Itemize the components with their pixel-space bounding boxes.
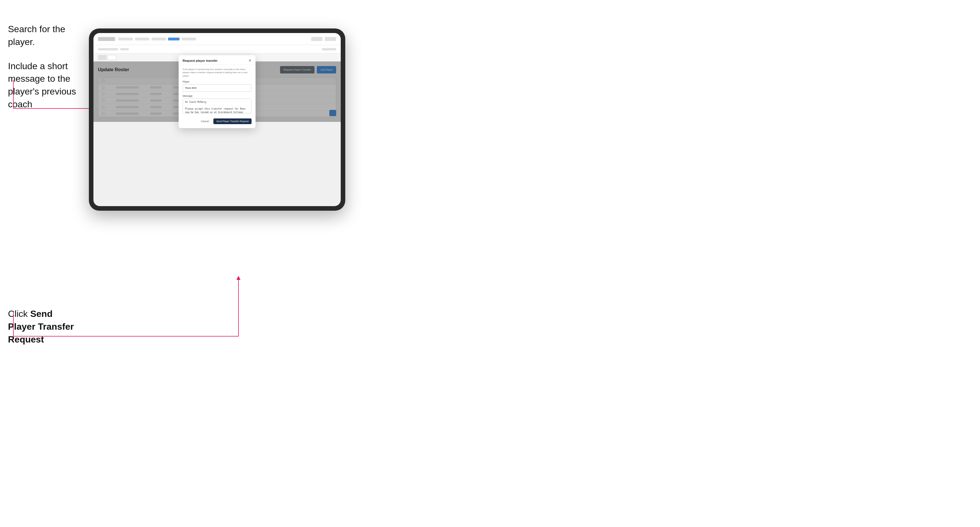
nav-item-players[interactable] (151, 38, 166, 40)
annotation-search-text: Search for the player. (8, 23, 88, 48)
app-content: Update Roster Request Player Transfer Ad… (94, 62, 341, 122)
modal-overlay: Request player transfer ✕ If the player … (94, 62, 341, 122)
modal-dialog: Request player transfer ✕ If the player … (179, 55, 256, 128)
app-logo (98, 37, 115, 41)
arrow-line-v2 (13, 312, 14, 337)
modal-header: Request player transfer ✕ (179, 55, 256, 65)
arrow-line-v3 (238, 276, 239, 337)
player-field-label: Player (183, 80, 251, 83)
modal-body: If the player is transferring from anoth… (179, 65, 256, 128)
send-transfer-request-button[interactable]: Send Player Transfer Request (213, 118, 251, 124)
breadcrumb-1 (98, 48, 118, 51)
arrow-line-h2 (13, 336, 238, 337)
player-input[interactable] (183, 84, 251, 92)
breadcrumb-separator (120, 48, 129, 51)
app-nav (119, 38, 308, 40)
header-right (311, 37, 336, 41)
breadcrumb-action[interactable] (322, 48, 336, 51)
modal-footer: Cancel Send Player Transfer Request (183, 118, 251, 124)
app-subheader (94, 45, 341, 54)
annotation-click-text: Click Send Player Transfer Request (8, 308, 82, 346)
arrow-line-v1 (13, 80, 14, 109)
device-screen: Update Roster Request Player Transfer Ad… (94, 33, 341, 206)
header-account-btn[interactable] (311, 37, 323, 41)
nav-item-teams[interactable] (135, 38, 149, 40)
modal-title: Request player transfer (183, 59, 218, 62)
cancel-button[interactable]: Cancel (199, 118, 211, 124)
message-textarea[interactable]: Hi Coach McHarg, Please accept this tran… (183, 98, 251, 113)
nav-item-active[interactable] (168, 38, 180, 40)
message-field-label: Message (183, 95, 251, 97)
tab-stats[interactable] (108, 55, 116, 60)
header-help-btn[interactable] (325, 37, 336, 41)
nav-item-dashboard[interactable] (119, 38, 133, 40)
annotation-message-text: Include a short message to the player's … (8, 60, 88, 111)
modal-description: If the player is transferring from anoth… (183, 68, 251, 78)
tab-roster[interactable] (98, 55, 107, 60)
tablet-device: Update Roster Request Player Transfer Ad… (89, 29, 345, 211)
modal-close-button[interactable]: ✕ (248, 59, 251, 62)
nav-item-settings[interactable] (182, 38, 196, 40)
app-header (94, 33, 341, 45)
